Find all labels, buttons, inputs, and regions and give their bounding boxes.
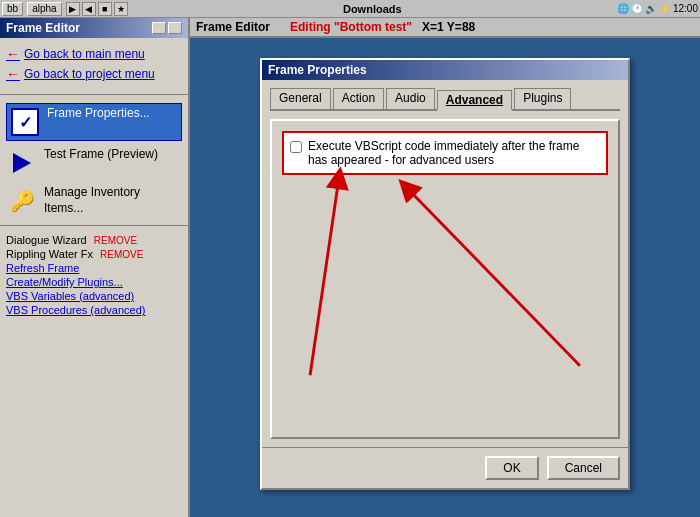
taskbar-icon-4[interactable]: ★	[114, 2, 128, 16]
tab-general[interactable]: General	[270, 88, 331, 109]
back-project-arrow-icon: ←	[6, 66, 20, 82]
tab-advanced[interactable]: Advanced	[437, 90, 512, 111]
frame-properties-item[interactable]: ✓ Frame Properties...	[6, 103, 182, 141]
back-project-link[interactable]: ← Go back to project menu	[6, 66, 182, 82]
taskbar-icon-3[interactable]: ■	[98, 2, 112, 16]
refresh-frame-label: Refresh Frame	[6, 262, 79, 274]
battery-icon: ⚡	[659, 3, 671, 14]
bottom-links: Dialogue Wizard REMOVE Rippling Water Fx…	[0, 225, 188, 324]
left-panel-title: Frame Editor _ □	[0, 18, 188, 38]
ok-button[interactable]: OK	[485, 456, 538, 480]
manage-inventory-item[interactable]: 🔑 Manage Inventory Items...	[6, 185, 182, 217]
advanced-tab-content: Execute VBScript code immediately after …	[270, 119, 620, 439]
frame-props-icon: ✓	[9, 106, 41, 138]
test-frame-item[interactable]: Test Frame (Preview)	[6, 147, 182, 179]
vbs-variables-link[interactable]: VBS Variables (advanced)	[6, 290, 182, 302]
tab-audio[interactable]: Audio	[386, 88, 435, 109]
rippling-water-remove: REMOVE	[100, 249, 143, 260]
key-icon: 🔑	[10, 189, 35, 213]
vbs-procedures-link[interactable]: VBS Procedures (advanced)	[6, 304, 182, 316]
play-icon	[13, 153, 31, 173]
manage-inventory-label: Manage Inventory Items...	[44, 185, 182, 216]
action-items: ✓ Frame Properties... Test Frame (Previe…	[0, 99, 188, 221]
dialog-title-bar: Frame Properties	[262, 60, 628, 80]
left-panel-title-text: Frame Editor	[6, 21, 80, 35]
left-panel: Frame Editor _ □ ← Go back to main menu …	[0, 18, 190, 517]
create-plugins-label: Create/Modify Plugins...	[6, 276, 123, 288]
back-main-label: Go back to main menu	[24, 47, 145, 61]
taskbar-center-label: Downloads	[132, 3, 613, 15]
dialog-title-text: Frame Properties	[268, 63, 367, 77]
back-main-link[interactable]: ← Go back to main menu	[6, 46, 182, 62]
clock-icon: 🕐	[631, 3, 643, 14]
vbscript-checkbox-row: Execute VBScript code immediately after …	[282, 131, 608, 175]
check-icon: ✓	[19, 113, 32, 132]
alpha-tab[interactable]: alpha	[27, 2, 61, 16]
dialogue-wizard-label: Dialogue Wizard	[6, 234, 87, 246]
vbscript-checkbox[interactable]	[290, 141, 302, 153]
dialog-content: General Action Audio Advanced Plugins Ex…	[262, 80, 628, 447]
vbs-variables-label: VBS Variables (advanced)	[6, 290, 134, 302]
manage-inventory-icon: 🔑	[6, 185, 38, 217]
coords-display: X=1 Y=88	[422, 20, 475, 34]
rippling-water-label: Rippling Water Fx	[6, 248, 93, 260]
dialog-tabs: General Action Audio Advanced Plugins	[270, 88, 620, 111]
main-area: Frame Editor _ □ ← Go back to main menu …	[0, 18, 700, 517]
title-buttons: _ □	[152, 22, 182, 34]
right-top-bar: Frame Editor Editing "Bottom test" X=1 Y…	[190, 18, 700, 38]
frame-properties-label: Frame Properties...	[47, 106, 150, 122]
back-project-label: Go back to project menu	[24, 67, 155, 81]
taskbar-time: 12:00	[673, 3, 698, 14]
network-icon: 🌐	[617, 3, 629, 14]
volume-icon: 🔊	[645, 3, 657, 14]
minimize-button[interactable]: _	[152, 22, 166, 34]
start-button[interactable]: bb	[2, 2, 23, 16]
dialogue-wizard-remove: REMOVE	[94, 235, 137, 246]
create-plugins-link[interactable]: Create/Modify Plugins...	[6, 276, 182, 288]
dialogue-wizard-link[interactable]: Dialogue Wizard REMOVE	[6, 234, 182, 246]
divider-1	[0, 94, 188, 95]
restore-button[interactable]: □	[168, 22, 182, 34]
right-panel: Frame Editor Editing "Bottom test" X=1 Y…	[190, 18, 700, 517]
frame-properties-dialog: Frame Properties General Action Audio Ad…	[260, 58, 630, 490]
rippling-water-link[interactable]: Rippling Water Fx REMOVE	[6, 248, 182, 260]
vbscript-checkbox-label: Execute VBScript code immediately after …	[308, 139, 600, 167]
dialog-footer: OK Cancel	[262, 447, 628, 488]
tab-action[interactable]: Action	[333, 88, 384, 109]
cancel-button[interactable]: Cancel	[547, 456, 620, 480]
taskbar-icon-1[interactable]: ▶	[66, 2, 80, 16]
right-content: Frame Properties General Action Audio Ad…	[190, 38, 700, 517]
vbs-procedures-label: VBS Procedures (advanced)	[6, 304, 145, 316]
taskbar-right-icons: 🌐 🕐 🔊 ⚡ 12:00	[617, 3, 698, 14]
back-arrow-icon: ←	[6, 46, 20, 62]
test-frame-icon	[6, 147, 38, 179]
back-menu: ← Go back to main menu ← Go back to proj…	[0, 38, 188, 90]
taskbar: bb alpha ▶ ◀ ■ ★ Downloads 🌐 🕐 🔊 ⚡ 12:00	[0, 0, 700, 18]
editing-status: Editing "Bottom test"	[290, 20, 412, 34]
tab-plugins[interactable]: Plugins	[514, 88, 571, 109]
taskbar-icon-2[interactable]: ◀	[82, 2, 96, 16]
test-frame-label: Test Frame (Preview)	[44, 147, 158, 163]
right-panel-title: Frame Editor	[196, 20, 270, 34]
refresh-frame-link[interactable]: Refresh Frame	[6, 262, 182, 274]
